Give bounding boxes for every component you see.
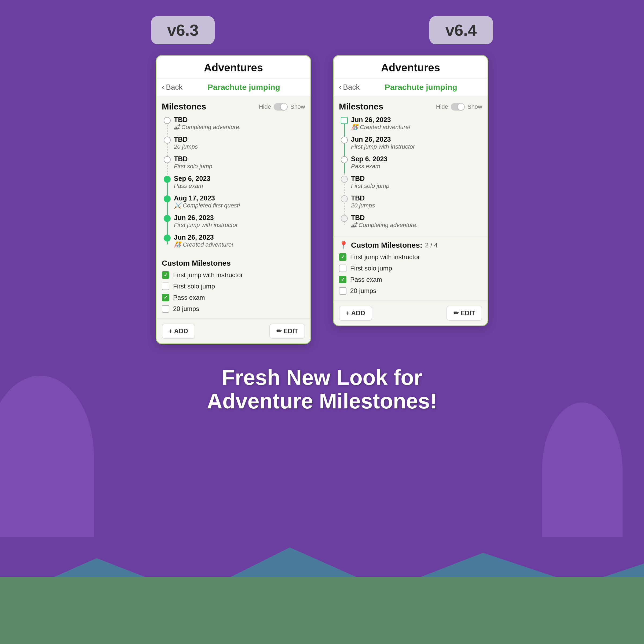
milestone-text-4-v63: Sep 6, 2023 Pass exam — [174, 175, 210, 189]
panel-title-v63: Adventures — [204, 62, 263, 74]
panel-header-v64: Adventures — [334, 56, 488, 78]
milestone-text-6-v64: TBD 🏕 Completing adventure. — [351, 214, 418, 229]
custom-item-2-v63: First solo jump — [162, 283, 305, 290]
milestone-dot-2-v63 — [164, 137, 171, 144]
milestone-date-6-v64: TBD — [351, 214, 418, 222]
timeline-v64: Jun 26, 2023 🎊 Created adventure! Jun 26… — [339, 116, 482, 229]
panel-footer-v63: + ADD ✏ EDIT — [156, 319, 310, 343]
milestone-date-2-v63: TBD — [174, 136, 198, 143]
milestone-text-7-v63: Jun 26, 2023 🎊 Created adventure! — [174, 233, 233, 248]
milestone-date-2-v64: Jun 26, 2023 — [351, 136, 415, 143]
checkbox-4-v63[interactable] — [162, 305, 169, 313]
milestone-desc-3-v63: First solo jump — [174, 163, 212, 170]
milestone-item-5-v64: TBD 20 jumps — [351, 194, 482, 209]
checkbox-4-v64[interactable] — [339, 287, 346, 295]
toggle-show-v63: Show — [290, 103, 305, 110]
checkbox-1-v63[interactable] — [162, 271, 169, 279]
timeline-solid-v64 — [344, 120, 345, 173]
milestone-desc-2-v63: 20 jumps — [174, 143, 198, 150]
milestone-desc-7-v63: 🎊 Created adventure! — [174, 241, 233, 248]
custom-item-1-v64: First jump with instructor — [339, 253, 482, 261]
milestone-item-4-v63: Sep 6, 2023 Pass exam — [174, 175, 305, 189]
milestones-section-v63: Milestones Hide Show — [156, 96, 310, 256]
milestones-header-v63: Milestones Hide Show — [162, 102, 305, 112]
milestone-item-3-v63: TBD First solo jump — [174, 155, 305, 170]
toggle-row-v64[interactable]: Hide Show — [436, 103, 482, 111]
milestone-date-6-v63: Jun 26, 2023 — [174, 214, 238, 222]
custom-item-1-v63: First jump with instructor — [162, 271, 305, 279]
edit-button-v63[interactable]: ✏ EDIT — [269, 324, 305, 339]
milestones-title-v64: Milestones — [339, 102, 383, 112]
milestone-text-4-v64: TBD First solo jump — [351, 175, 389, 189]
checkbox-2-v64[interactable] — [339, 265, 346, 272]
milestone-text-3-v64: Sep 6, 2023 Pass exam — [351, 155, 387, 170]
custom-label-2-v64: First solo jump — [350, 265, 392, 272]
page-title-v64: Parachute jumping — [360, 83, 482, 92]
milestone-dot-6-v63 — [164, 215, 171, 222]
milestones-section-v64: Milestones Hide Show — [334, 96, 488, 236]
timeline-v63: TBD 🏕 Completing adventure. TBD 20 jumps — [162, 116, 305, 248]
milestone-text-2-v64: Jun 26, 2023 First jump with instructor — [351, 136, 415, 150]
add-button-v64[interactable]: + ADD — [339, 306, 372, 321]
version-badge-left: v6.3 — [151, 16, 215, 44]
milestone-item-6-v63: Jun 26, 2023 First jump with instructor — [174, 214, 305, 229]
add-button-v63[interactable]: + ADD — [162, 324, 195, 339]
milestone-dot-4-v64 — [341, 176, 348, 183]
milestone-desc-6-v63: First jump with instructor — [174, 222, 238, 229]
version-badge-right: v6.4 — [429, 16, 493, 44]
custom-label-1-v64: First jump with instructor — [350, 253, 420, 261]
milestone-desc-1-v64: 🎊 Created adventure! — [351, 124, 410, 131]
toggle-hide-v64: Hide — [436, 103, 448, 110]
custom-label-2-v63: First solo jump — [173, 283, 215, 290]
bg-decoration-right — [542, 403, 623, 537]
custom-item-3-v64: Pass exam — [339, 276, 482, 283]
toggle-track-v64[interactable] — [451, 103, 465, 111]
back-button-v63[interactable]: ‹ Back — [162, 83, 183, 92]
toggle-track-v63[interactable] — [274, 103, 288, 111]
milestone-dot-5-v63 — [164, 195, 171, 202]
custom-section-v64: 📍 Custom Milestones: 2 / 4 First jump wi… — [334, 236, 488, 301]
milestone-text-3-v63: TBD First solo jump — [174, 155, 212, 170]
toggle-hide-v63: Hide — [259, 103, 271, 110]
custom-label-3-v64: Pass exam — [350, 276, 382, 283]
milestone-text-6-v63: Jun 26, 2023 First jump with instructor — [174, 214, 238, 229]
milestone-text-5-v64: TBD 20 jumps — [351, 194, 375, 209]
toggle-row-v63[interactable]: Hide Show — [259, 103, 305, 111]
custom-item-4-v64: 20 jumps — [339, 287, 482, 295]
panel-v64: Adventures ‹ Back Parachute jumping Mile… — [333, 55, 488, 326]
milestone-date-3-v63: TBD — [174, 155, 212, 163]
edit-button-v64[interactable]: ✏ EDIT — [447, 306, 482, 321]
custom-title-v64: Custom Milestones: — [351, 241, 422, 250]
milestone-item-1-v64: Jun 26, 2023 🎊 Created adventure! — [351, 116, 482, 131]
custom-item-3-v63: Pass exam — [162, 294, 305, 301]
custom-item-2-v64: First solo jump — [339, 265, 482, 272]
milestone-date-7-v63: Jun 26, 2023 — [174, 233, 233, 241]
checkbox-3-v64[interactable] — [339, 276, 346, 283]
panels-row: Adventures ‹ Back Parachute jumping Mile… — [156, 55, 488, 344]
milestone-date-1-v63: TBD — [174, 116, 241, 124]
milestones-header-v64: Milestones Hide Show — [339, 102, 482, 112]
custom-title-v63: Custom Milestones — [162, 259, 231, 268]
milestone-dot-4-v63 — [164, 176, 171, 183]
custom-label-4-v64: 20 jumps — [350, 287, 376, 295]
bottom-tagline: Fresh New Look forAdventure Milestones! — [180, 366, 464, 413]
checkbox-1-v64[interactable] — [339, 253, 346, 261]
milestone-date-4-v64: TBD — [351, 175, 389, 182]
milestone-item-4-v64: TBD First solo jump — [351, 175, 482, 189]
milestone-desc-4-v64: First solo jump — [351, 182, 389, 189]
milestone-date-4-v63: Sep 6, 2023 — [174, 175, 210, 182]
milestone-item-2-v64: Jun 26, 2023 First jump with instructor — [351, 136, 482, 150]
custom-label-3-v63: Pass exam — [173, 294, 205, 301]
panel-nav-v64: ‹ Back Parachute jumping — [334, 78, 488, 96]
milestone-item-5-v63: Aug 17, 2023 ⚔️ Completed first quest! — [174, 194, 305, 209]
milestone-desc-3-v64: Pass exam — [351, 163, 387, 170]
milestone-desc-5-v63: ⚔️ Completed first quest! — [174, 202, 240, 209]
panel-nav-v63: ‹ Back Parachute jumping — [156, 78, 310, 96]
back-button-v64[interactable]: ‹ Back — [339, 83, 360, 92]
milestone-desc-4-v63: Pass exam — [174, 182, 210, 189]
version-row: v6.3 v6.4 — [151, 16, 493, 44]
milestone-desc-1-v63: 🏕 Completing adventure. — [174, 124, 241, 131]
checkbox-3-v63[interactable] — [162, 294, 169, 301]
chevron-left-icon-v63: ‹ — [162, 83, 164, 92]
checkbox-2-v63[interactable] — [162, 283, 169, 290]
